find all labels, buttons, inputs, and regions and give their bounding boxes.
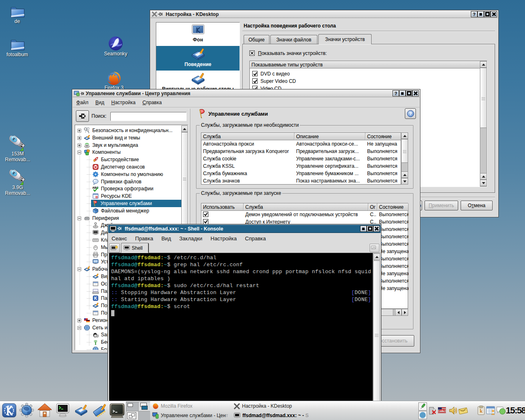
svg-text:k: k <box>480 408 483 414</box>
svg-text:US: US <box>440 409 443 412</box>
svg-text:15:58: 15:58 <box>506 405 525 415</box>
svg-text:?: ? <box>409 111 412 116</box>
svg-text:K: K <box>94 296 97 301</box>
